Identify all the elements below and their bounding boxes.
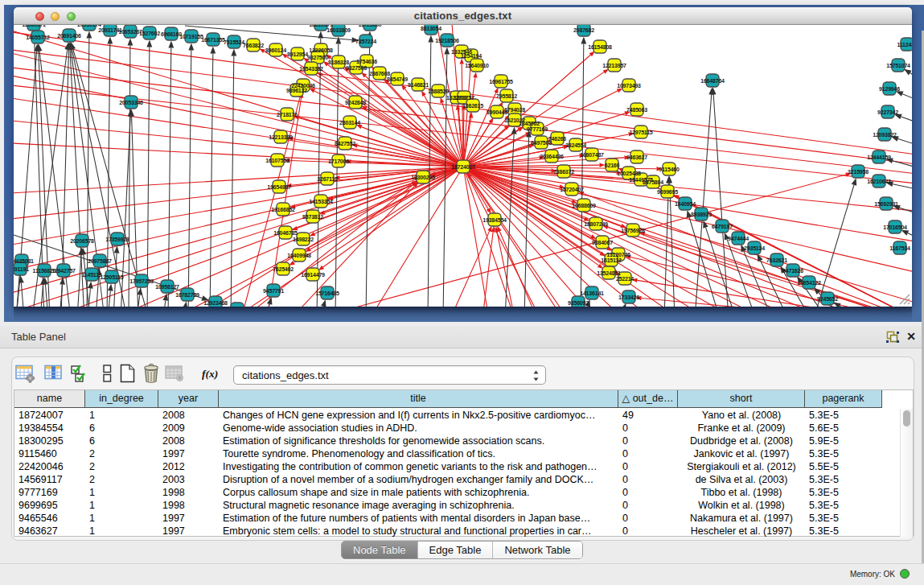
cell-in_degree: 1 <box>85 512 158 525</box>
show-column-icon[interactable] <box>44 363 65 384</box>
citation-edge-red[interactable] <box>639 232 912 307</box>
citation-edge-black[interactable] <box>183 301 188 307</box>
citation-edge-black[interactable] <box>231 48 236 307</box>
citation-edge-black[interactable] <box>524 130 532 307</box>
citation-edge-black[interactable] <box>896 91 912 100</box>
citation-edge-black[interactable] <box>891 136 912 145</box>
graph-node-label: 252214 <box>616 276 634 282</box>
citation-edge-red[interactable] <box>463 167 912 272</box>
graph-node-label: 8573812 <box>302 214 323 220</box>
citation-edge-black[interactable] <box>320 299 326 307</box>
cell-name: 14569117 <box>14 473 85 486</box>
graph-node-label: 8454749 <box>387 76 408 82</box>
table-row[interactable]: 2242004622012Investigating the contribut… <box>14 460 881 473</box>
citation-edge-black[interactable] <box>210 46 216 307</box>
graph-node-label: 19218506 <box>435 38 459 43</box>
desktop-background: citations_edges.txt 12060371140557122069… <box>0 0 924 322</box>
window-titlebar[interactable]: citations_edges.txt <box>14 7 912 25</box>
table-row[interactable]: 1830029562008Estimation of significance … <box>14 435 881 447</box>
cell-out_de: 49 <box>618 409 678 422</box>
table-select-dropdown[interactable]: citations_edges.txt <box>233 365 546 385</box>
row-height-icon[interactable] <box>97 363 117 384</box>
graph-node-label: 7515524 <box>224 39 244 45</box>
tab-node-table[interactable]: Node Table <box>342 542 418 558</box>
cell-short: Wolkin et al. (1998) <box>678 499 805 512</box>
citation-edge-black[interactable] <box>814 178 856 307</box>
column-header-short[interactable]: short <box>678 390 805 408</box>
citation-edge-black[interactable] <box>894 114 912 122</box>
graph-node-label: 9242848 <box>345 100 366 105</box>
cell-pagerank: 5.3E-5 <box>805 512 882 525</box>
function-builder-icon[interactable]: f(x) <box>202 363 223 384</box>
cell-short: Yano et al. (2008) <box>678 409 805 422</box>
delete-column-icon[interactable] <box>141 363 162 384</box>
column-header-name[interactable]: name <box>14 390 85 408</box>
citation-edge-black[interactable] <box>146 39 152 307</box>
column-header-pagerank[interactable]: pagerank <box>805 390 882 408</box>
graph-node-label: 9463627 <box>626 154 647 160</box>
graph-node-label: 6479197 <box>712 224 733 229</box>
network-window: citations_edges.txt 12060371140557122069… <box>14 7 912 307</box>
table-row[interactable]: 1938455462009Genome-wide association stu… <box>14 422 881 435</box>
new-column-icon[interactable] <box>117 363 138 384</box>
graph-node-label: 20364436 <box>540 154 564 159</box>
cell-name: 18724007 <box>14 409 85 422</box>
table-mode-icon[interactable] <box>15 363 36 384</box>
graph-node-label: 6794028 <box>504 107 525 113</box>
tab-network-table[interactable]: Network Table <box>493 542 581 558</box>
close-panel-icon[interactable]: ✕ <box>905 330 918 343</box>
network-graph-svg[interactable]: 1206037114055712206914062093017420931741… <box>14 25 912 307</box>
graph-node-label: 1640954 <box>675 201 696 207</box>
delete-table-icon[interactable] <box>164 363 185 384</box>
table-row[interactable]: 977716911998Corpus callosum shape and si… <box>14 486 881 499</box>
citation-edge-red[interactable] <box>495 226 515 307</box>
table-row[interactable]: 946362711997Embryonic stem cells: a mode… <box>14 525 881 538</box>
cell-year: 2012 <box>158 460 219 473</box>
column-header-in_degree[interactable]: in_degree <box>85 390 158 408</box>
citation-edge-black[interactable] <box>128 38 133 307</box>
citation-edge-black[interactable] <box>901 230 912 237</box>
citation-edge-red[interactable] <box>14 167 463 245</box>
scrollbar-thumb[interactable] <box>903 410 910 426</box>
graph-node-label: 1527602 <box>139 31 160 36</box>
table-vertical-scrollbar[interactable] <box>900 409 913 537</box>
graph-node-label: 2935134 <box>744 245 765 251</box>
cell-title: Estimation of significance thresholds fo… <box>219 435 618 447</box>
cell-pagerank: 5.3E-5 <box>805 409 882 422</box>
graph-node-label: 3824554 <box>565 142 586 148</box>
canvas-resize-grip[interactable] <box>897 292 910 305</box>
citation-edge-black[interactable] <box>168 40 174 307</box>
citation-edge-black[interactable] <box>904 69 912 77</box>
citation-edge-red[interactable] <box>483 226 495 307</box>
table-row[interactable]: 1872400712008Changes of HCN gene express… <box>14 409 881 422</box>
select-columns-icon[interactable] <box>70 363 91 384</box>
graph-node-label: 8938923 <box>691 212 712 217</box>
graph-node-label: 19166852 <box>271 207 295 212</box>
cell-out_de: 0 <box>618 486 678 499</box>
tab-edge-table[interactable]: Edge Table <box>418 542 494 558</box>
float-panel-icon[interactable] <box>886 331 899 344</box>
citation-edge-black[interactable] <box>188 43 194 307</box>
graph-node-label: 1167534 <box>889 245 910 251</box>
cell-out_de: 0 <box>618 422 678 435</box>
column-header-out_de[interactable]: △ out_de… <box>618 390 678 408</box>
cell-title: Disruption of a novel member of a sodium… <box>219 473 618 486</box>
cell-pagerank: 5.5E-5 <box>805 460 882 473</box>
table-row[interactable]: 969969511998Structural magnetic resonanc… <box>14 499 881 512</box>
graph-node-label: 12942757 <box>51 268 76 274</box>
table-row[interactable]: 911546021997Tourette syndrome. Phenomeno… <box>14 447 881 460</box>
graph-node-label: 12975115 <box>629 130 652 135</box>
network-canvas[interactable]: 1206037114055712206914062093017420931741… <box>14 25 912 307</box>
graph-node-label: 1754636 <box>356 59 377 64</box>
table-row[interactable]: 946554611997Estimation of the future num… <box>14 512 881 525</box>
table-panel-header: Table Panel ✕ <box>0 326 924 348</box>
cell-title: Embryonic stem cells: a model to study s… <box>219 525 618 538</box>
column-header-title[interactable]: title <box>219 390 618 408</box>
graph-node-label: 7485063 <box>626 107 647 113</box>
citation-edge-red[interactable] <box>497 226 537 307</box>
table-row[interactable]: 1456911722003Disruption of a novel membe… <box>14 473 881 486</box>
citation-edge-red[interactable] <box>318 167 463 270</box>
column-header-year[interactable]: year <box>158 390 219 408</box>
cell-pagerank: 5.3E-5 <box>805 473 882 486</box>
graph-node-label: 18807249 <box>584 221 608 227</box>
